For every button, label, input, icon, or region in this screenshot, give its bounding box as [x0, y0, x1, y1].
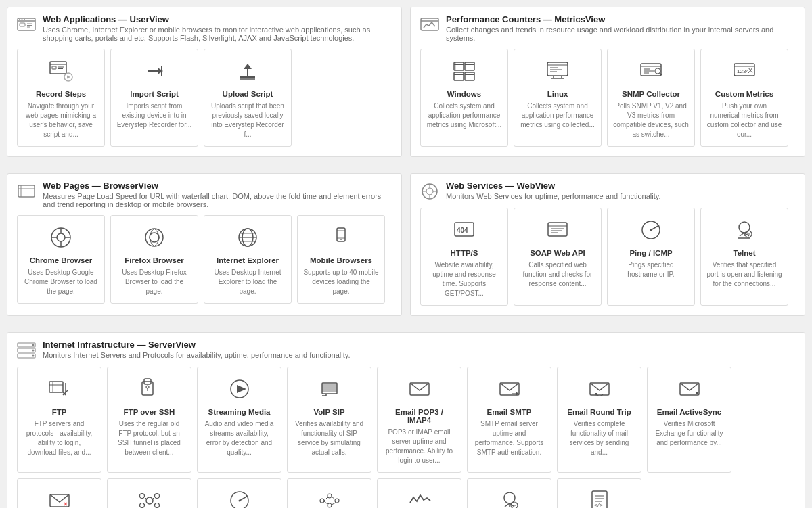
svg-point-147: [328, 503, 332, 507]
custom-metrics-icon: 1234: [731, 57, 758, 85]
email-pop3-icon: [406, 375, 433, 402]
chrome-desc: Uses Desktop Google Chrome Browser to lo…: [23, 268, 99, 296]
dns-card[interactable]: DNS Performs and verifies proper DNS res…: [107, 478, 191, 508]
web-services-desc: Monitors Web Services for uptime, perfor…: [446, 192, 661, 200]
custom-metrics-card[interactable]: 1234 Custom Metrics Push your own numeri…: [700, 49, 788, 147]
infra-title-block: Internet Infrastructure — ServerView Mon…: [43, 340, 350, 359]
ftp-ssh-desc: Uses the regular old FTP protocol, but a…: [113, 419, 185, 457]
upload-script-card[interactable]: Upload Script Uploads script that been p…: [204, 49, 292, 147]
web-services-header: Web Services — WebView Monitors Web Serv…: [420, 181, 795, 201]
svg-rect-102: [49, 382, 63, 392]
web-pages-title: Web Pages — BrowserView: [43, 181, 392, 191]
email-activesync-card[interactable]: Email ActiveSync Verifies Microsoft Exch…: [647, 367, 731, 473]
email-smtp-title: Email SMTP: [487, 408, 532, 416]
snmp-icon: [637, 57, 664, 85]
custom-script-card[interactable]: </> Custom Script Provides custom monito…: [557, 478, 641, 508]
linux-icon: [544, 57, 571, 85]
ftp-ssh-card[interactable]: FTP over SSH Uses the regular old FTP pr…: [107, 367, 191, 473]
upload-script-icon: [234, 57, 261, 85]
voip-card[interactable]: VoIP SIP Verifies availability and funct…: [287, 367, 371, 473]
web-services-section: Web Services — WebView Monitors Web Serv…: [410, 173, 805, 316]
ftp-ssh-title: FTP over SSH: [124, 408, 175, 416]
svg-point-64: [150, 233, 159, 242]
infra-cards-row1: FTP FTP servers and protocols - availabi…: [17, 367, 795, 473]
svg-text:</>: </>: [594, 503, 603, 508]
ping2-card[interactable]: Ping / ICMP Pings specified hostname or …: [197, 478, 281, 508]
ie-card[interactable]: Internet Explorer Uses Desktop Internet …: [204, 215, 292, 304]
soap-icon: [544, 216, 571, 244]
web-services-icon: [420, 182, 439, 201]
svg-point-100: [32, 350, 35, 352]
linux-card[interactable]: Linux Collects system and application pe…: [514, 49, 602, 147]
ftp-card[interactable]: FTP FTP servers and protocols - availabi…: [17, 367, 102, 473]
windows-card[interactable]: Windows Collects system and application …: [420, 49, 508, 147]
ftp-desc: FTP servers and protocols - availability…: [23, 419, 95, 457]
email-activesync-title: Email ActiveSync: [657, 408, 721, 416]
telnet2-card[interactable]: Telnet Verifies that specified port is o…: [467, 478, 551, 508]
performance-section: Performance Counters — MetricsView Colle…: [410, 7, 805, 157]
streaming-desc: Audio and video media streams availabili…: [203, 419, 275, 457]
soap-title: SOAP Web API: [530, 249, 585, 257]
record-steps-card[interactable]: Record Steps Navigate through your web p…: [17, 49, 105, 147]
web-apps-header: Web Applications — UserView Uses Chrome,…: [17, 14, 392, 42]
web-apps-title: Web Applications — UserView: [43, 14, 392, 24]
svg-rect-9: [50, 62, 66, 74]
web-apps-desc: Uses Chrome, Internet Explorer or mobile…: [43, 26, 392, 42]
snmp-card[interactable]: SNMP Collector Polls SNMP V1, V2 and V3 …: [607, 49, 695, 147]
svg-rect-32: [465, 72, 474, 80]
upload-script-desc: Uploads script that been previously save…: [210, 101, 286, 139]
windows-desc: Collects system and application performa…: [426, 101, 502, 130]
email-roundtrip-title: Email Round Trip: [567, 408, 631, 416]
web-services-cards: 404 HTTP/S Website availability, uptime …: [420, 208, 795, 306]
mobile-card[interactable]: Mobile Browsers Supports up to 40 mobile…: [297, 215, 385, 304]
svg-line-148: [324, 497, 328, 501]
svg-rect-34: [547, 62, 568, 76]
chrome-card[interactable]: Chrome Browser Uses Desktop Google Chrom…: [17, 215, 105, 304]
email-smtp-card[interactable]: Email SMTP SMTP email server uptime and …: [467, 367, 551, 473]
email-dns-card[interactable]: Email DNS Blacklist Detects when a mail …: [17, 478, 102, 508]
svg-point-135: [154, 494, 159, 499]
svg-line-140: [144, 503, 146, 505]
https-card[interactable]: 404 HTTP/S Website availability, uptime …: [420, 208, 508, 306]
svg-point-47: [655, 68, 660, 74]
streaming-card[interactable]: Streaming Media Audio and video media st…: [197, 367, 281, 473]
email-pop3-card[interactable]: Email POP3 / IMAP4 POP3 or IMAP email se…: [377, 367, 461, 473]
ping-icmp-card[interactable]: Ping / ICMP Pings specified hostname or …: [607, 208, 695, 306]
svg-rect-11: [52, 66, 56, 69]
telnet-desc: Verifies that specified port is open and…: [706, 260, 782, 289]
telnet-card[interactable]: Telnet Verifies that specified port is o…: [700, 208, 788, 306]
web-apps-section: Web Applications — UserView Uses Chrome,…: [7, 7, 402, 157]
svg-line-138: [144, 497, 146, 499]
email-pop3-desc: POP3 or IMAP email server uptime and per…: [383, 428, 455, 465]
email-roundtrip-desc: Verifies complete functionality of mail …: [563, 419, 635, 457]
email-roundtrip-card[interactable]: Email Round Trip Verifies complete funct…: [557, 367, 641, 473]
svg-point-136: [139, 503, 144, 508]
ping-icmp-icon: [637, 216, 664, 244]
https-desc: Website availability, uptime and respons…: [426, 260, 502, 298]
custom-script-icon: </>: [586, 487, 613, 508]
firefox-card[interactable]: Firefox Browser Uses Desktop Firefox Bro…: [110, 215, 198, 304]
svg-point-2: [19, 19, 20, 20]
import-script-icon: [141, 57, 168, 85]
soap-desc: Calls specified web function and checks …: [520, 260, 595, 289]
firefox-desc: Uses Desktop Firefox Browser to load the…: [116, 268, 192, 296]
web-pages-title-block: Web Pages — BrowserView Measures Page Lo…: [43, 181, 392, 208]
web-pages-section: Web Pages — BrowserView Measures Page Lo…: [7, 173, 402, 316]
traceroute-card[interactable]: Traceroute Performs traceroute to specif…: [287, 478, 371, 508]
https-icon: 404: [451, 216, 478, 244]
svg-rect-5: [20, 23, 25, 26]
performance-cards: Windows Collects system and application …: [420, 49, 795, 147]
record-steps-desc: Navigate through your web pages mimickin…: [23, 101, 99, 139]
ping-icmp-title: Ping / ICMP: [629, 249, 672, 257]
svg-marker-15: [67, 76, 70, 79]
ping2-icon: [226, 487, 253, 508]
import-script-card[interactable]: Import Script Imports script from existi…: [110, 49, 198, 147]
svg-point-133: [146, 497, 153, 504]
infra-cards-row2: Email DNS Blacklist Detects when a mail …: [17, 478, 795, 508]
svg-point-58: [57, 233, 65, 241]
soap-card[interactable]: SOAP Web API Calls specified web functio…: [514, 208, 602, 306]
svg-line-141: [153, 503, 155, 505]
svg-line-151: [324, 501, 328, 504]
udp-card[interactable]: UDP Checks availability and response tim…: [377, 478, 461, 508]
performance-title-block: Performance Counters — MetricsView Colle…: [446, 14, 795, 42]
